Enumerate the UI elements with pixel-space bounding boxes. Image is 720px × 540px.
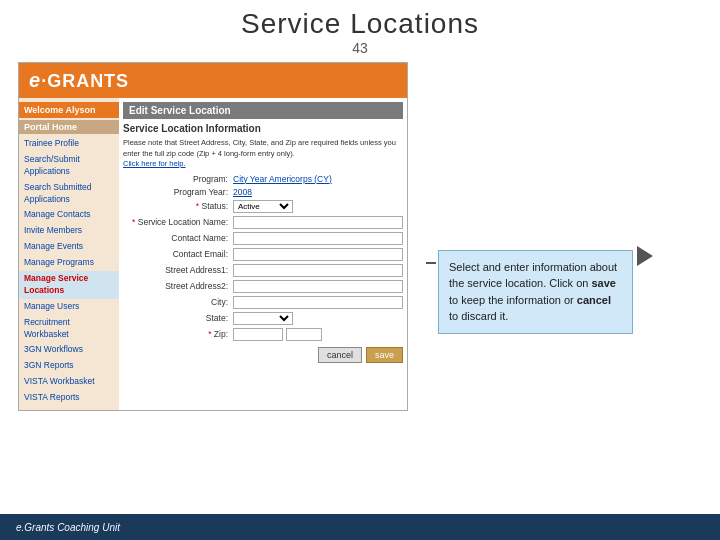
tooltip-text-middle: to keep the information or [449,294,577,306]
sidebar-item-manage-contacts[interactable]: Manage Contacts [19,207,119,223]
form-row-zip: Zip: [123,328,403,341]
input-location-name[interactable] [233,216,403,229]
form-row-contact-email: Contact Email: [123,248,403,261]
form-buttons: cancel save [123,347,403,363]
sidebar-item-vista-workbasket[interactable]: VISTA Workbasket [19,374,119,390]
egrants-logo: e·GRANTS [29,69,129,92]
tooltip-save-word: save [591,277,615,289]
tooltip-text-end: to discard it. [449,310,508,322]
slide-number: 43 [0,40,720,56]
sidebar-item-manage-users[interactable]: Manage Users [19,299,119,315]
label-contact-name: Contact Name: [123,233,233,243]
label-street1: Street Address1: [123,265,233,275]
input-zip-plus4[interactable] [286,328,322,341]
form-row-state: State: ALAKAZCA CONYTX [123,312,403,325]
input-city[interactable] [233,296,403,309]
form-row-program-year: Program Year: 2008 [123,187,403,197]
value-program-year: 2008 [233,187,252,197]
sidebar-item-manage-events[interactable]: Manage Events [19,239,119,255]
sidebar: Welcome Alyson Portal Home Trainee Profi… [19,98,119,410]
footer-text: e.Grants Coaching Unit [16,522,120,533]
arrow-container [633,246,653,278]
input-status[interactable]: Active Inactive [233,200,293,213]
form-row-contact-name: Contact Name: [123,232,403,245]
form-row-street1: Street Address1: [123,264,403,277]
label-program-year: Program Year: [123,187,233,197]
value-program[interactable]: City Year Americorps (CY) [233,174,332,184]
portal-home-header[interactable]: Portal Home [19,120,119,134]
label-status: Status: [123,201,233,211]
input-contact-name[interactable] [233,232,403,245]
form-notice: Please note that Street Address, City, S… [123,138,403,170]
form-notice-link[interactable]: Click here for help. [123,159,186,168]
sidebar-item-search-submit[interactable]: Search/Submit Applications [19,152,119,180]
label-program: Program: [123,174,233,184]
label-street2: Street Address2: [123,281,233,291]
tooltip-box: Select and enter information about the s… [438,250,633,334]
label-zip: Zip: [123,329,233,339]
form-area: Edit Service Location Service Location I… [119,98,407,410]
sidebar-item-manage-service-locations[interactable]: Manage Service Locations [19,271,119,299]
logo-grants: ·GRANTS [41,71,129,91]
sidebar-item-3gn-workflows[interactable]: 3GN Workflows [19,342,119,358]
form-row-location-name: Service Location Name: [123,216,403,229]
sidebar-item-invite-members[interactable]: Invite Members [19,223,119,239]
label-city: City: [123,297,233,307]
egrants-body: Welcome Alyson Portal Home Trainee Profi… [19,98,407,410]
page-title: Service Locations [0,0,720,40]
sidebar-welcome: Welcome Alyson [19,102,119,118]
footer: e.Grants Coaching Unit [0,514,720,540]
sidebar-item-vista-reports[interactable]: VISTA Reports [19,390,119,406]
sidebar-item-search-submitted[interactable]: Search Submitted Applications [19,180,119,208]
egrants-window: e·GRANTS Welcome Alyson Portal Home Trai… [18,62,408,411]
sidebar-item-trainee-profile[interactable]: Trainee Profile [19,136,119,152]
label-contact-email: Contact Email: [123,249,233,259]
form-row-city: City: [123,296,403,309]
label-state: State: [123,313,233,323]
input-street1[interactable] [233,264,403,277]
sidebar-item-recruitment-workbasket[interactable]: Recruitment Workbasket [19,315,119,343]
cancel-button[interactable]: cancel [318,347,362,363]
form-section-title: Service Location Information [123,123,403,134]
egrants-header: e·GRANTS [19,63,407,98]
input-street2[interactable] [233,280,403,293]
save-button[interactable]: save [366,347,403,363]
logo-e: e [29,69,41,91]
input-zip[interactable] [233,328,283,341]
form-row-program: Program: City Year Americorps (CY) [123,174,403,184]
form-header: Edit Service Location [123,102,403,119]
form-row-status: Status: Active Inactive [123,200,403,213]
tooltip-cancel-word: cancel [577,294,611,306]
input-state[interactable]: ALAKAZCA CONYTX [233,312,293,325]
label-location-name: Service Location Name: [123,217,233,227]
arrow-icon [637,246,653,266]
form-row-street2: Street Address2: [123,280,403,293]
sidebar-item-3gn-reports[interactable]: 3GN Reports [19,358,119,374]
input-contact-email[interactable] [233,248,403,261]
sidebar-item-manage-programs[interactable]: Manage Programs [19,255,119,271]
